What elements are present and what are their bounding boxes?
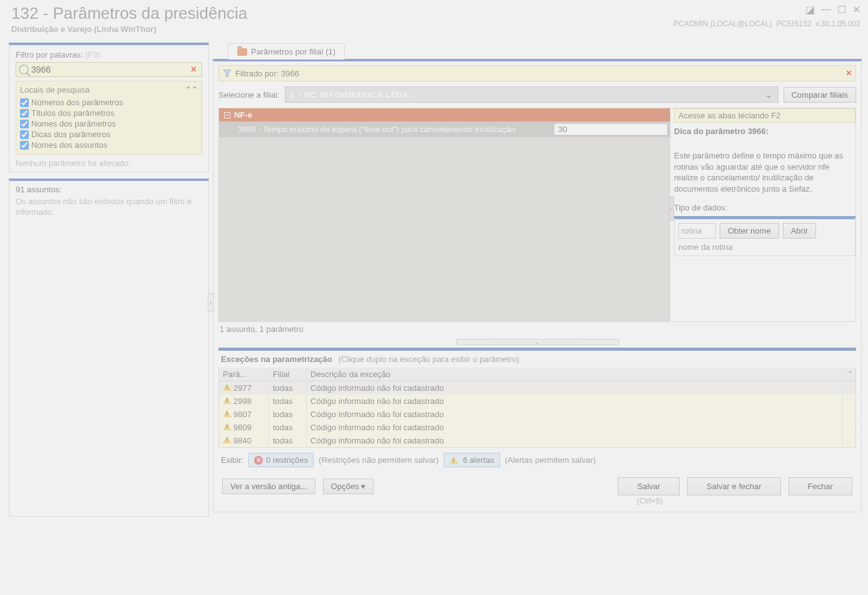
collapse-icon[interactable]: ⌃⌃	[185, 85, 198, 95]
obter-nome-button[interactable]: Obter nome	[720, 223, 779, 239]
chk-titulos[interactable]: Títulos dos parâmetros	[20, 108, 198, 118]
col-parametro[interactable]: Parâ...	[219, 368, 269, 381]
salvar-button[interactable]: Salvar	[618, 477, 680, 495]
exc-hint: (Clique duplo na exceção para exibir o p…	[339, 354, 519, 364]
dica-header: Dica do parâmetro 3966:	[674, 127, 855, 136]
info-splitter[interactable]: ›	[669, 196, 674, 221]
table-row[interactable]: 9809todasCódigo informado não foi cadast…	[219, 421, 855, 434]
minimize-icon[interactable]: —	[821, 4, 831, 16]
window-title: 132 - Parâmetros da presidência	[11, 4, 247, 23]
alertas-hint: (Alertas permitem salvar)	[505, 455, 596, 465]
warning-icon	[223, 383, 232, 391]
table-row[interactable]: 9807todasCódigo informado não foi cadast…	[219, 408, 855, 421]
funnel-icon	[223, 69, 232, 78]
chk-nomes-param[interactable]: Nomes dos parâmetros	[20, 118, 198, 129]
filial-label: Selecione a filial:	[218, 90, 280, 100]
filter-label: Filtro por palavras: (F3)	[16, 50, 202, 59]
rotina-box: Obter nome Abrir nome da rotina	[674, 216, 855, 256]
exc-title: Exceções na parametrização	[221, 354, 332, 364]
salvar-shortcut-hint: (Ctrl+S)	[444, 497, 856, 505]
chk-dicas[interactable]: Dicas dos parâmetros	[20, 129, 198, 140]
salvar-fechar-button[interactable]: Salvar e fechar	[687, 477, 780, 495]
search-locations-box: Locais de pesquisa ⌃⌃ Números dos parâme…	[16, 81, 202, 155]
exceptions-table: Parâ... Filial Descrição da exceção ⌃ 29…	[218, 368, 856, 448]
warning-icon	[223, 436, 232, 443]
folder-icon	[237, 48, 247, 56]
tree-row-label: 3966 - Tempo máximo de espera ("time out…	[238, 125, 554, 134]
edit-icon[interactable]: ◪	[805, 4, 815, 16]
tree-group-nfe[interactable]: − NF-e	[219, 108, 670, 122]
warning-icon	[223, 396, 232, 404]
active-filter-bar: Filtrado por: 3966 ×	[218, 65, 856, 81]
rotina-nome: nome da rotina	[678, 242, 851, 252]
collapse-group-icon[interactable]: −	[224, 112, 230, 118]
window-subtitle: Distribuição e Varejo (Linha WinThor)	[11, 24, 247, 34]
tipo-dados-label: Tipo de dados:	[674, 203, 855, 212]
search-input[interactable]	[31, 65, 188, 75]
filter-bar-text: Filtrado por: 3966	[235, 69, 299, 78]
chevron-down-icon: ⌄	[765, 90, 773, 100]
col-filial[interactable]: Filial	[269, 368, 307, 381]
abrir-button[interactable]: Abrir	[783, 223, 816, 239]
warning-icon	[223, 423, 232, 430]
user-info: PCADMIN (LOCAL@LOCAL) PCSIS132 v.30.1.05…	[673, 19, 860, 28]
clear-filter-icon[interactable]: ×	[846, 68, 852, 79]
col-descricao[interactable]: Descrição da exceção	[307, 368, 843, 381]
warning-icon	[223, 410, 232, 417]
horizontal-splitter[interactable]: · · · · · · · · · · ⌄ · · · · · · · · · …	[456, 339, 619, 345]
exibir-label: Exibir:	[221, 455, 243, 465]
clear-search-icon[interactable]: ×	[188, 64, 199, 75]
close-window-icon[interactable]: ✕	[852, 4, 860, 16]
alertas-button[interactable]: 6 alertas	[444, 453, 500, 467]
assuntos-panel: 91 assuntos: Os assuntos não são exibido…	[9, 178, 209, 517]
tree-row-3966[interactable]: 3966 - Tempo máximo de espera ("time out…	[219, 122, 670, 137]
chk-numeros[interactable]: Números dos parâmetros	[20, 97, 198, 108]
table-row[interactable]: 2977todasCódigo informado não foi cadast…	[219, 381, 855, 395]
f2-hint: Acesse as abas teclando F2	[674, 108, 855, 123]
opcoes-button[interactable]: Opções ▾	[323, 479, 374, 494]
tab-label: Parâmetros por filial (1)	[251, 47, 335, 56]
table-row[interactable]: 9840todasCódigo informado não foi cadast…	[219, 434, 855, 447]
chk-nomes-assuntos[interactable]: Nomes dos assuntos	[20, 140, 198, 150]
search-icon	[19, 65, 29, 75]
compare-filiais-button[interactable]: Comparar filiais	[784, 87, 856, 103]
tree-footer: 1 assunto, 1 parâmetro	[218, 322, 856, 336]
dica-body: Este parâmetro define o tempo máximo que…	[674, 150, 855, 194]
rotina-input[interactable]	[678, 223, 716, 239]
vertical-splitter[interactable]: ‹	[208, 293, 214, 312]
assuntos-body: Os assuntos não são exibidos quando um f…	[16, 197, 202, 218]
warning-icon	[449, 457, 458, 464]
parameter-tree[interactable]: − NF-e 3966 - Tempo máximo de espera ("t…	[219, 108, 670, 321]
maximize-icon[interactable]: ☐	[837, 4, 846, 16]
assuntos-header: 91 assuntos:	[16, 185, 202, 194]
restricoes-hint: (Restrições não permitem salvar)	[319, 455, 438, 465]
filial-select[interactable]: 1 - PC INFORMATICA LTDA ⌄	[285, 86, 779, 103]
scroll-up-icon[interactable]: ⌃	[843, 368, 855, 381]
tab-parametros-filial[interactable]: Parâmetros por filial (1)	[228, 43, 345, 59]
restricoes-button[interactable]: ✕ 0 restrições	[248, 453, 314, 467]
parameter-value-input[interactable]	[554, 123, 668, 135]
filter-status: Nenhum parâmetro foi alterado.	[16, 158, 202, 168]
ver-versao-antiga-button[interactable]: Ver a versão antiga...	[222, 479, 315, 494]
locais-title: Locais de pesquisa	[20, 85, 89, 95]
error-icon: ✕	[254, 456, 263, 465]
table-row[interactable]: 2998todasCódigo informado não foi cadast…	[219, 395, 855, 408]
filter-panel: Filtro por palavras: (F3) × Locais de pe…	[9, 43, 209, 172]
fechar-button[interactable]: Fechar	[789, 477, 852, 495]
